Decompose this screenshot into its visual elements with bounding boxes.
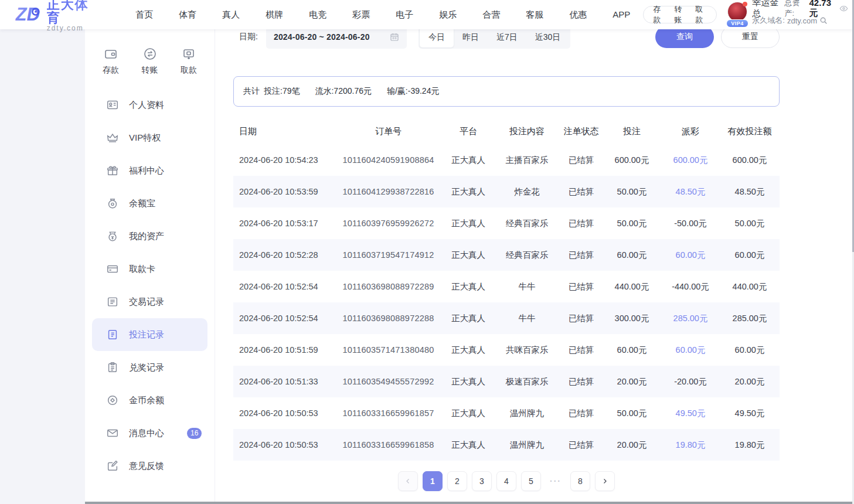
col-header-payout: 派彩	[661, 126, 720, 137]
cell-payout-link[interactable]: 48.50元	[661, 186, 720, 197]
cell-payout-link[interactable]: 60.00元	[661, 250, 720, 261]
pill-withdraw[interactable]: 取款	[695, 4, 707, 25]
cell-date: 2024-06-20 10:53:59	[233, 187, 334, 196]
profile-icon	[106, 98, 119, 111]
sidebar-action-withdraw[interactable]: 取款	[181, 47, 197, 76]
range-30days[interactable]: 近30日	[526, 26, 570, 47]
cell-date: 2024-06-20 10:51:33	[233, 377, 334, 386]
sidebar-action-label: 存款	[103, 65, 119, 76]
card-icon	[106, 263, 119, 275]
horizontal-scrollbar[interactable]	[85, 502, 854, 504]
sidebar-item-assets[interactable]: 我的资产	[85, 220, 215, 253]
range-today[interactable]: 今日	[420, 26, 454, 47]
sidebar-action-deposit[interactable]: 存款	[103, 47, 119, 76]
nav-chess[interactable]: 棋牌	[253, 0, 296, 29]
cell-payout-link[interactable]: 19.80元	[661, 440, 720, 451]
nav-lottery[interactable]: 彩票	[339, 0, 383, 29]
sidebar-item-bet-records[interactable]: 投注记录	[92, 318, 207, 351]
cell-order: 1011604240591908864	[334, 155, 443, 165]
cell-order: 1011603316659961857	[334, 408, 443, 418]
sidebar-item-messages[interactable]: 消息中心 16	[85, 417, 215, 449]
cell-status: 已结算	[560, 250, 603, 261]
sidebar-quick-actions: 存款 转账 取款	[85, 29, 215, 80]
crown-icon	[106, 131, 119, 144]
next-page-button[interactable]	[595, 471, 615, 491]
nav-affiliate[interactable]: 合营	[469, 0, 513, 29]
range-7days[interactable]: 近7日	[488, 26, 526, 47]
pill-deposit[interactable]: 存款	[653, 4, 665, 25]
sidebar-item-label: 消息中心	[129, 428, 164, 439]
sidebar-item-feedback[interactable]: 意见反馈	[85, 449, 215, 482]
top-header: ZD 正大体育 zdty.com 首页 体育 真人 棋牌 电竞 彩票 电子 娱乐…	[0, 0, 854, 29]
brand-logo[interactable]: ZD 正大体育 zdty.com	[15, 0, 94, 32]
prev-page-button[interactable]	[398, 471, 418, 491]
cell-content: 共咪百家乐	[494, 345, 560, 356]
cell-payout-link[interactable]: 49.50元	[661, 408, 720, 419]
nav-home[interactable]: 首页	[123, 0, 166, 29]
summary-bets: 投注:79笔	[264, 86, 300, 97]
page-button-2[interactable]: 2	[447, 471, 467, 491]
nav-entertainment[interactable]: 娱乐	[426, 0, 469, 29]
nav-live[interactable]: 真人	[209, 0, 253, 29]
sidebar-item-transactions[interactable]: 交易记录	[85, 285, 215, 318]
sidebar-item-profile[interactable]: 个人资料	[85, 88, 215, 121]
brand-name: 正大体育	[47, 0, 95, 25]
cell-content: 经典百家乐	[494, 250, 560, 261]
page-ellipsis[interactable]: ···	[546, 471, 566, 491]
nav-app[interactable]: APP	[600, 0, 643, 29]
cell-platform: 正大真人	[443, 186, 494, 197]
cell-payout-link[interactable]: 60.00元	[661, 345, 720, 356]
search-icon[interactable]	[819, 16, 828, 25]
cell-order: 1011603549455572992	[334, 377, 443, 386]
cell-date: 2024-06-20 10:52:28	[233, 250, 334, 260]
cell-status: 已结算	[560, 440, 603, 451]
cell-platform: 正大真人	[443, 440, 494, 451]
page-button-4[interactable]: 4	[496, 471, 516, 491]
assets-icon	[106, 230, 119, 243]
cell-payout: -20.00元	[661, 376, 720, 387]
col-header-valid: 有效投注额	[720, 126, 780, 137]
nav-slots[interactable]: 电子	[383, 0, 426, 29]
wallet-quick-pill: 存款 转账 取款	[643, 6, 717, 23]
cell-status: 已结算	[560, 313, 603, 324]
cell-payout-link[interactable]: 600.00元	[661, 155, 720, 166]
range-yesterday[interactable]: 昨日	[454, 26, 488, 47]
calendar-icon	[390, 32, 399, 42]
col-header-order: 订单号	[334, 126, 443, 137]
page-button-5[interactable]: 5	[521, 471, 541, 491]
cell-date: 2024-06-20 10:54:23	[233, 155, 334, 165]
cell-bet: 50.00元	[603, 186, 661, 197]
sidebar-item-coin-balance[interactable]: 金币余额	[85, 384, 215, 417]
cell-bet: 50.00元	[603, 408, 661, 419]
pill-transfer[interactable]: 转账	[674, 4, 686, 25]
eye-icon[interactable]	[839, 4, 848, 13]
summary-bar: 共计 投注:79笔 流水:7200.76元 输/赢:-39.24元	[233, 76, 780, 107]
page-button-8[interactable]: 8	[570, 471, 590, 491]
sidebar-item-redeem-records[interactable]: 兑奖记录	[85, 351, 215, 384]
sidebar-item-vip[interactable]: VIP特权	[85, 121, 215, 154]
cell-payout-link[interactable]: 285.00元	[661, 313, 720, 324]
cell-status: 已结算	[560, 408, 603, 419]
logo-mark-icon: ZD	[15, 2, 43, 27]
page-button-3[interactable]: 3	[472, 471, 492, 491]
col-header-platform: 平台	[443, 126, 494, 137]
sidebar-item-yuebao[interactable]: 余额宝	[85, 187, 215, 220]
nav-esports[interactable]: 电竞	[296, 0, 339, 29]
cell-payout: -50.00元	[661, 218, 720, 229]
nav-promos[interactable]: 优惠	[556, 0, 600, 29]
page-button-1[interactable]: 1	[423, 471, 443, 491]
date-range-value: 2024-06-20 ~ 2024-06-20	[274, 32, 370, 42]
cell-status: 已结算	[560, 281, 603, 292]
sidebar-action-transfer[interactable]: 转账	[142, 47, 158, 76]
sidebar-item-withdraw-card[interactable]: 取款卡	[85, 253, 215, 285]
transactions-icon	[106, 295, 119, 308]
sidebar: 存款 转账 取款 个人资料 VIP特权	[85, 29, 215, 504]
date-filter-label: 日期:	[239, 32, 258, 42]
sidebar-item-welfare[interactable]: 福利中心	[85, 154, 215, 187]
piggy-icon	[106, 197, 119, 210]
deposit-icon	[104, 47, 118, 61]
nav-sports[interactable]: 体育	[166, 0, 209, 29]
nav-support[interactable]: 客服	[513, 0, 556, 29]
sidebar-item-label: 我的资产	[129, 231, 164, 242]
sidebar-item-label: 意见反馈	[129, 461, 164, 472]
